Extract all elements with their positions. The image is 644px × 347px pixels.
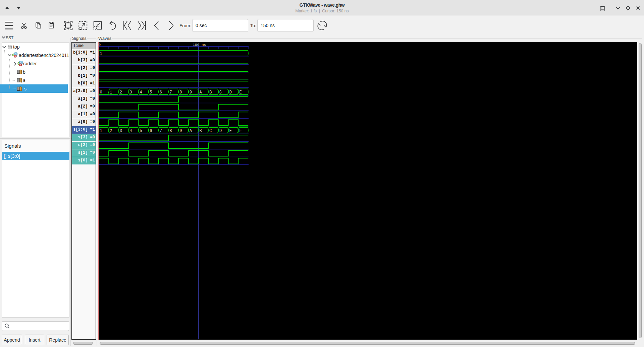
svg-text:A: A xyxy=(190,129,192,133)
svg-text:D: D xyxy=(229,90,232,95)
svg-text:8: 8 xyxy=(179,90,182,95)
svg-text:7: 7 xyxy=(160,129,162,133)
svg-text:D: D xyxy=(219,129,222,133)
svg-text:4: 4 xyxy=(140,90,142,95)
svg-text:F: F xyxy=(239,129,242,133)
svg-text:2: 2 xyxy=(120,90,122,95)
svg-text:1: 1 xyxy=(100,52,102,56)
svg-text:E: E xyxy=(239,90,242,95)
svg-text:6: 6 xyxy=(160,90,162,95)
svg-text:5: 5 xyxy=(140,129,142,133)
svg-text:6: 6 xyxy=(150,129,152,133)
svg-text:1: 1 xyxy=(100,129,102,133)
svg-text:9: 9 xyxy=(190,90,192,95)
svg-text:2: 2 xyxy=(110,129,112,133)
svg-text:0: 0 xyxy=(100,90,102,95)
svg-text:100 ns: 100 ns xyxy=(193,43,206,47)
svg-text:3: 3 xyxy=(130,90,132,95)
svg-text:A: A xyxy=(200,90,202,95)
svg-text:8: 8 xyxy=(169,129,172,133)
svg-text:1: 1 xyxy=(110,90,112,95)
svg-text:5: 5 xyxy=(150,90,152,95)
svg-text:9: 9 xyxy=(179,129,182,133)
svg-text:0: 0 xyxy=(99,43,101,47)
svg-text:4: 4 xyxy=(130,129,132,133)
svg-text:7: 7 xyxy=(169,90,172,95)
svg-text:B: B xyxy=(200,129,202,133)
svg-text:C: C xyxy=(219,90,222,95)
svg-text:B: B xyxy=(209,90,212,95)
svg-text:C: C xyxy=(209,129,212,133)
svg-text:3: 3 xyxy=(120,129,122,133)
svg-text:E: E xyxy=(229,129,232,133)
